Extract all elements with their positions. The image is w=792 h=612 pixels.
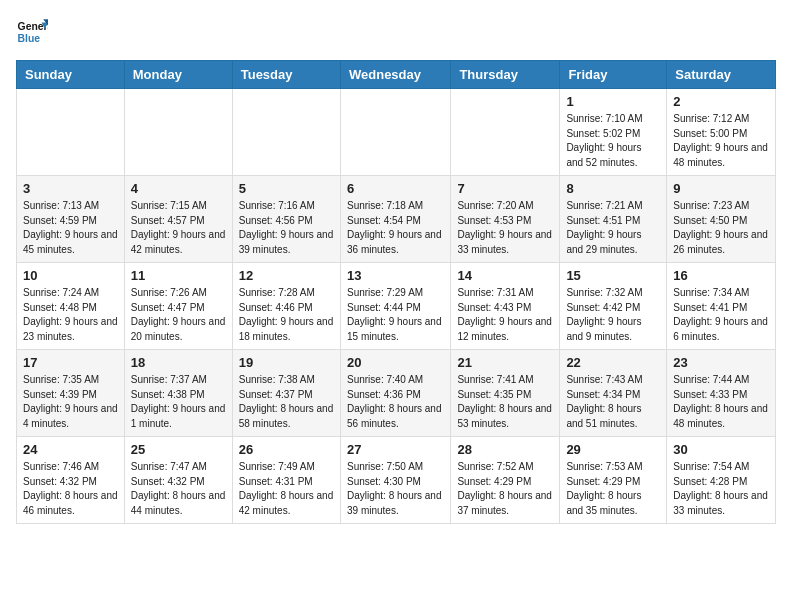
day-info: Sunrise: 7:41 AM Sunset: 4:35 PM Dayligh… bbox=[457, 373, 553, 431]
day-cell-11: 11Sunrise: 7:26 AM Sunset: 4:47 PM Dayli… bbox=[124, 263, 232, 350]
day-number: 28 bbox=[457, 442, 553, 457]
day-info: Sunrise: 7:12 AM Sunset: 5:00 PM Dayligh… bbox=[673, 112, 769, 170]
day-number: 9 bbox=[673, 181, 769, 196]
day-number: 4 bbox=[131, 181, 226, 196]
day-cell-29: 29Sunrise: 7:53 AM Sunset: 4:29 PM Dayli… bbox=[560, 437, 667, 524]
day-cell-24: 24Sunrise: 7:46 AM Sunset: 4:32 PM Dayli… bbox=[17, 437, 125, 524]
empty-cell bbox=[232, 89, 340, 176]
weekday-header-saturday: Saturday bbox=[667, 61, 776, 89]
day-number: 17 bbox=[23, 355, 118, 370]
day-number: 21 bbox=[457, 355, 553, 370]
day-number: 3 bbox=[23, 181, 118, 196]
weekday-header-sunday: Sunday bbox=[17, 61, 125, 89]
day-info: Sunrise: 7:37 AM Sunset: 4:38 PM Dayligh… bbox=[131, 373, 226, 431]
day-info: Sunrise: 7:44 AM Sunset: 4:33 PM Dayligh… bbox=[673, 373, 769, 431]
day-info: Sunrise: 7:47 AM Sunset: 4:32 PM Dayligh… bbox=[131, 460, 226, 518]
day-cell-9: 9Sunrise: 7:23 AM Sunset: 4:50 PM Daylig… bbox=[667, 176, 776, 263]
day-info: Sunrise: 7:13 AM Sunset: 4:59 PM Dayligh… bbox=[23, 199, 118, 257]
day-info: Sunrise: 7:18 AM Sunset: 4:54 PM Dayligh… bbox=[347, 199, 444, 257]
calendar: SundayMondayTuesdayWednesdayThursdayFrid… bbox=[16, 60, 776, 524]
day-cell-8: 8Sunrise: 7:21 AM Sunset: 4:51 PM Daylig… bbox=[560, 176, 667, 263]
empty-cell bbox=[340, 89, 450, 176]
day-cell-10: 10Sunrise: 7:24 AM Sunset: 4:48 PM Dayli… bbox=[17, 263, 125, 350]
logo: General Blue bbox=[16, 16, 52, 48]
svg-text:Blue: Blue bbox=[18, 33, 41, 44]
logo-icon: General Blue bbox=[16, 16, 48, 48]
day-info: Sunrise: 7:43 AM Sunset: 4:34 PM Dayligh… bbox=[566, 373, 660, 431]
day-info: Sunrise: 7:29 AM Sunset: 4:44 PM Dayligh… bbox=[347, 286, 444, 344]
day-cell-17: 17Sunrise: 7:35 AM Sunset: 4:39 PM Dayli… bbox=[17, 350, 125, 437]
day-cell-28: 28Sunrise: 7:52 AM Sunset: 4:29 PM Dayli… bbox=[451, 437, 560, 524]
day-cell-21: 21Sunrise: 7:41 AM Sunset: 4:35 PM Dayli… bbox=[451, 350, 560, 437]
page-header: General Blue bbox=[16, 16, 776, 48]
day-info: Sunrise: 7:52 AM Sunset: 4:29 PM Dayligh… bbox=[457, 460, 553, 518]
day-cell-27: 27Sunrise: 7:50 AM Sunset: 4:30 PM Dayli… bbox=[340, 437, 450, 524]
day-cell-3: 3Sunrise: 7:13 AM Sunset: 4:59 PM Daylig… bbox=[17, 176, 125, 263]
day-cell-12: 12Sunrise: 7:28 AM Sunset: 4:46 PM Dayli… bbox=[232, 263, 340, 350]
day-info: Sunrise: 7:35 AM Sunset: 4:39 PM Dayligh… bbox=[23, 373, 118, 431]
weekday-header-wednesday: Wednesday bbox=[340, 61, 450, 89]
day-cell-30: 30Sunrise: 7:54 AM Sunset: 4:28 PM Dayli… bbox=[667, 437, 776, 524]
day-cell-4: 4Sunrise: 7:15 AM Sunset: 4:57 PM Daylig… bbox=[124, 176, 232, 263]
day-info: Sunrise: 7:24 AM Sunset: 4:48 PM Dayligh… bbox=[23, 286, 118, 344]
empty-cell bbox=[124, 89, 232, 176]
day-number: 29 bbox=[566, 442, 660, 457]
day-info: Sunrise: 7:54 AM Sunset: 4:28 PM Dayligh… bbox=[673, 460, 769, 518]
day-cell-15: 15Sunrise: 7:32 AM Sunset: 4:42 PM Dayli… bbox=[560, 263, 667, 350]
day-number: 10 bbox=[23, 268, 118, 283]
day-info: Sunrise: 7:15 AM Sunset: 4:57 PM Dayligh… bbox=[131, 199, 226, 257]
day-number: 14 bbox=[457, 268, 553, 283]
day-number: 7 bbox=[457, 181, 553, 196]
day-number: 12 bbox=[239, 268, 334, 283]
weekday-header-thursday: Thursday bbox=[451, 61, 560, 89]
day-info: Sunrise: 7:38 AM Sunset: 4:37 PM Dayligh… bbox=[239, 373, 334, 431]
day-info: Sunrise: 7:46 AM Sunset: 4:32 PM Dayligh… bbox=[23, 460, 118, 518]
day-number: 22 bbox=[566, 355, 660, 370]
day-cell-22: 22Sunrise: 7:43 AM Sunset: 4:34 PM Dayli… bbox=[560, 350, 667, 437]
day-cell-18: 18Sunrise: 7:37 AM Sunset: 4:38 PM Dayli… bbox=[124, 350, 232, 437]
day-cell-20: 20Sunrise: 7:40 AM Sunset: 4:36 PM Dayli… bbox=[340, 350, 450, 437]
day-number: 8 bbox=[566, 181, 660, 196]
day-info: Sunrise: 7:32 AM Sunset: 4:42 PM Dayligh… bbox=[566, 286, 660, 344]
day-info: Sunrise: 7:21 AM Sunset: 4:51 PM Dayligh… bbox=[566, 199, 660, 257]
day-number: 1 bbox=[566, 94, 660, 109]
day-number: 11 bbox=[131, 268, 226, 283]
empty-cell bbox=[17, 89, 125, 176]
day-info: Sunrise: 7:23 AM Sunset: 4:50 PM Dayligh… bbox=[673, 199, 769, 257]
day-cell-5: 5Sunrise: 7:16 AM Sunset: 4:56 PM Daylig… bbox=[232, 176, 340, 263]
day-info: Sunrise: 7:34 AM Sunset: 4:41 PM Dayligh… bbox=[673, 286, 769, 344]
day-info: Sunrise: 7:26 AM Sunset: 4:47 PM Dayligh… bbox=[131, 286, 226, 344]
day-info: Sunrise: 7:53 AM Sunset: 4:29 PM Dayligh… bbox=[566, 460, 660, 518]
day-cell-25: 25Sunrise: 7:47 AM Sunset: 4:32 PM Dayli… bbox=[124, 437, 232, 524]
day-number: 23 bbox=[673, 355, 769, 370]
day-number: 26 bbox=[239, 442, 334, 457]
day-number: 18 bbox=[131, 355, 226, 370]
day-cell-19: 19Sunrise: 7:38 AM Sunset: 4:37 PM Dayli… bbox=[232, 350, 340, 437]
day-cell-16: 16Sunrise: 7:34 AM Sunset: 4:41 PM Dayli… bbox=[667, 263, 776, 350]
day-info: Sunrise: 7:16 AM Sunset: 4:56 PM Dayligh… bbox=[239, 199, 334, 257]
day-info: Sunrise: 7:50 AM Sunset: 4:30 PM Dayligh… bbox=[347, 460, 444, 518]
day-cell-6: 6Sunrise: 7:18 AM Sunset: 4:54 PM Daylig… bbox=[340, 176, 450, 263]
day-number: 15 bbox=[566, 268, 660, 283]
day-info: Sunrise: 7:10 AM Sunset: 5:02 PM Dayligh… bbox=[566, 112, 660, 170]
weekday-header-monday: Monday bbox=[124, 61, 232, 89]
day-cell-1: 1Sunrise: 7:10 AM Sunset: 5:02 PM Daylig… bbox=[560, 89, 667, 176]
day-number: 2 bbox=[673, 94, 769, 109]
day-info: Sunrise: 7:28 AM Sunset: 4:46 PM Dayligh… bbox=[239, 286, 334, 344]
day-number: 6 bbox=[347, 181, 444, 196]
day-number: 16 bbox=[673, 268, 769, 283]
day-cell-26: 26Sunrise: 7:49 AM Sunset: 4:31 PM Dayli… bbox=[232, 437, 340, 524]
day-number: 24 bbox=[23, 442, 118, 457]
day-number: 19 bbox=[239, 355, 334, 370]
day-number: 13 bbox=[347, 268, 444, 283]
day-number: 20 bbox=[347, 355, 444, 370]
day-cell-13: 13Sunrise: 7:29 AM Sunset: 4:44 PM Dayli… bbox=[340, 263, 450, 350]
weekday-header-tuesday: Tuesday bbox=[232, 61, 340, 89]
day-info: Sunrise: 7:20 AM Sunset: 4:53 PM Dayligh… bbox=[457, 199, 553, 257]
weekday-header-friday: Friday bbox=[560, 61, 667, 89]
day-info: Sunrise: 7:40 AM Sunset: 4:36 PM Dayligh… bbox=[347, 373, 444, 431]
day-number: 25 bbox=[131, 442, 226, 457]
day-number: 30 bbox=[673, 442, 769, 457]
day-info: Sunrise: 7:49 AM Sunset: 4:31 PM Dayligh… bbox=[239, 460, 334, 518]
day-number: 5 bbox=[239, 181, 334, 196]
